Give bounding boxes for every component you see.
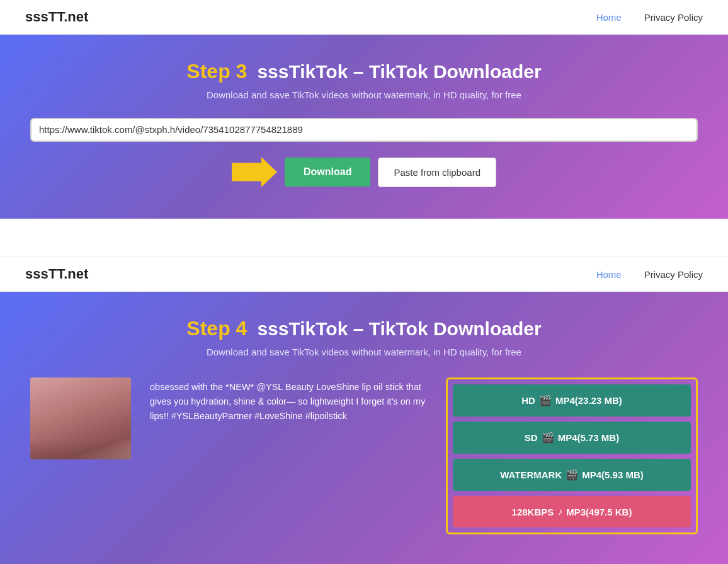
step4-label: Step 4 bbox=[186, 317, 247, 340]
hero-section-4: Step 4 sssTikTok – TikTok Downloader Dow… bbox=[0, 292, 728, 564]
camera-icon-watermark: 🎬 bbox=[566, 469, 578, 481]
thumbnail-image bbox=[30, 377, 131, 459]
video-description: obsessed with the *NEW* @YSL Beauty Love… bbox=[150, 377, 427, 424]
top-navbar: sssTT.net Home Privacy Policy bbox=[0, 0, 728, 35]
hd-size: MP4(23.23 MB) bbox=[555, 395, 622, 406]
watermark-size: MP4(5.93 MB) bbox=[582, 469, 644, 480]
watermark-label: WATERMARK bbox=[500, 469, 562, 480]
nav-home-link[interactable]: Home bbox=[596, 12, 622, 23]
audio-quality: 128KBPS bbox=[512, 507, 554, 517]
download-button[interactable]: Download bbox=[285, 158, 370, 187]
video-thumbnail bbox=[30, 377, 131, 459]
nav-home-link-2[interactable]: Home bbox=[596, 269, 622, 280]
action-btn-row: Download Paste from clipboard bbox=[13, 157, 715, 187]
nav-privacy-link-2[interactable]: Privacy Policy bbox=[644, 269, 703, 280]
top-nav-links: Home Privacy Policy bbox=[596, 12, 703, 23]
nav-privacy-link[interactable]: Privacy Policy bbox=[644, 12, 703, 23]
hero-title: sssTikTok – TikTok Downloader bbox=[257, 61, 541, 83]
hero-section-3: Step 3 sssTikTok – TikTok Downloader Dow… bbox=[0, 35, 728, 219]
brand-logo[interactable]: sssTT.net bbox=[25, 9, 88, 25]
sd-label: SD bbox=[525, 432, 538, 443]
download-watermark-button[interactable]: WATERMARK 🎬 MP4(5.93 MB) bbox=[453, 459, 691, 491]
hero-header: Step 3 sssTikTok – TikTok Downloader bbox=[13, 60, 715, 83]
spacer-1 bbox=[0, 219, 728, 256]
url-input[interactable] bbox=[39, 124, 689, 135]
music-icon: ♪ bbox=[557, 506, 562, 517]
brand-logo-2[interactable]: sssTT.net bbox=[25, 266, 88, 282]
audio-size: MP3(497.5 KB) bbox=[566, 507, 632, 517]
camera-icon-hd: 🎬 bbox=[539, 394, 552, 406]
bottom-navbar: sssTT.net Home Privacy Policy bbox=[0, 256, 728, 292]
download-hd-button[interactable]: HD 🎬 MP4(23.23 MB) bbox=[453, 384, 691, 417]
hero2-subtitle: Download and save TikTok videos without … bbox=[13, 347, 715, 357]
bottom-nav-links: Home Privacy Policy bbox=[596, 269, 703, 280]
paste-button[interactable]: Paste from clipboard bbox=[378, 158, 496, 187]
hd-label: HD bbox=[521, 395, 535, 406]
content-row: obsessed with the *NEW* @YSL Beauty Love… bbox=[30, 377, 698, 534]
arrow-icon bbox=[232, 157, 277, 187]
download-options-panel: HD 🎬 MP4(23.23 MB) SD 🎬 MP4(5.73 MB) WAT… bbox=[446, 377, 698, 534]
download-sd-button[interactable]: SD 🎬 MP4(5.73 MB) bbox=[453, 422, 691, 454]
sd-size: MP4(5.73 MB) bbox=[558, 432, 620, 443]
step3-label: Step 3 bbox=[186, 60, 247, 83]
camera-icon-sd: 🎬 bbox=[542, 432, 554, 444]
hero2-header: Step 4 sssTikTok – TikTok Downloader bbox=[13, 317, 715, 340]
hero2-title: sssTikTok – TikTok Downloader bbox=[257, 318, 541, 340]
url-bar-container bbox=[30, 118, 698, 142]
hero-subtitle: Download and save TikTok videos without … bbox=[13, 89, 715, 100]
download-audio-button[interactable]: 128KBPS ♪ MP3(497.5 KB) bbox=[453, 496, 691, 527]
